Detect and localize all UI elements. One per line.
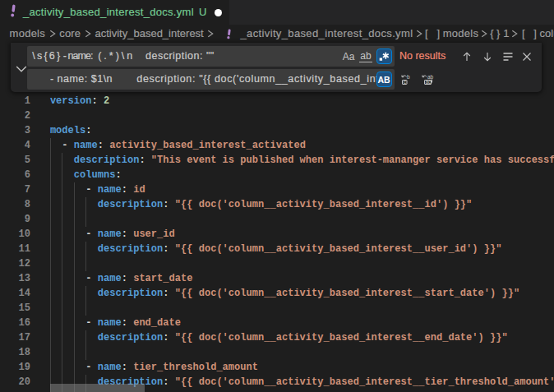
svg-text:ac: ac (426, 79, 432, 85)
svg-text:c: c (404, 79, 407, 85)
svg-text:b: b (407, 74, 410, 80)
